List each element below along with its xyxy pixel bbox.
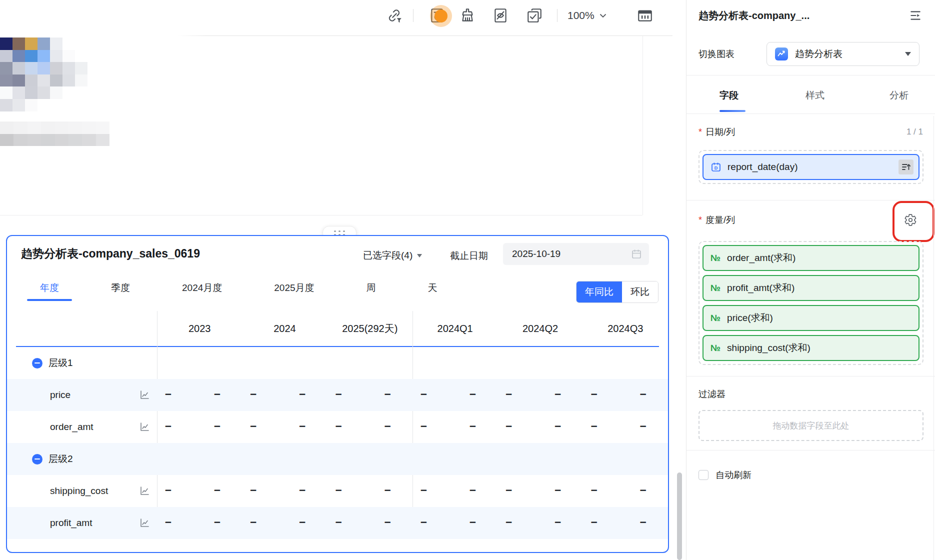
metric-label-cell: price <box>7 379 157 411</box>
compare-button-环比[interactable]: 环比 <box>622 282 658 302</box>
empty-value: – <box>420 419 427 432</box>
trend-chart-icon[interactable] <box>139 390 150 400</box>
empty-value: – <box>250 419 256 432</box>
table-border-icon[interactable] <box>636 7 654 24</box>
table-row: shipping_cost–––––––––––– <box>7 475 668 507</box>
value-cell <box>242 347 327 379</box>
value-cell: –– <box>498 475 582 507</box>
sort-order-button[interactable] <box>898 160 914 174</box>
calendar-d-icon: D <box>710 162 722 172</box>
trend-table-card: 趋势分析表-company_sales_0619 已选字段(4) 截止日期 20… <box>6 235 669 553</box>
mosaic-cell <box>25 86 38 99</box>
empty-value: – <box>299 419 306 432</box>
compare-button-年同比[interactable]: 年同比 <box>576 282 622 302</box>
value-cell: –– <box>412 411 498 443</box>
measure-settings-gear-icon[interactable] <box>904 214 917 226</box>
empty-value: – <box>299 483 306 496</box>
deadline-label: 截止日期 <box>450 250 488 262</box>
measure-field-pill[interactable]: №shipping_cost(求和) <box>702 335 920 361</box>
auto-refresh-row: 自动刷新 <box>698 469 752 481</box>
empty-value: – <box>250 483 256 496</box>
multi-select-icon[interactable] <box>526 7 543 24</box>
mosaic-cell <box>75 50 88 62</box>
value-cell <box>242 443 327 475</box>
chart-type-dropdown[interactable]: 趋势分析表 <box>766 42 920 66</box>
value-cell <box>583 347 668 379</box>
mosaic-cell <box>12 74 25 87</box>
auto-refresh-checkbox[interactable] <box>698 470 708 480</box>
selected-fields-dropdown[interactable]: 已选字段(4) <box>363 249 422 262</box>
collapse-minus-icon[interactable] <box>32 358 42 368</box>
canvas-edge-bottom <box>0 215 642 216</box>
period-tabs: 年度季度2024月度2025月度周天 <box>27 274 450 302</box>
empty-value: – <box>591 419 598 432</box>
toolbar-divider <box>413 9 414 22</box>
period-tab-周[interactable]: 周 <box>354 274 389 302</box>
value-cell: –– <box>412 475 498 507</box>
active-tab-underline <box>720 110 746 112</box>
period-tab-年度[interactable]: 年度 <box>27 274 72 302</box>
scrollbar-thumb[interactable] <box>677 472 682 560</box>
table-row: 层级2 <box>7 443 668 475</box>
chart-type-value: 趋势分析表 <box>795 48 842 60</box>
empty-value: – <box>299 387 306 400</box>
date-field-pill[interactable]: D report_date(day) <box>702 154 920 180</box>
mosaic-cell <box>62 62 75 74</box>
empty-value: – <box>250 515 256 528</box>
link-filter-icon[interactable] <box>386 7 403 24</box>
column-header: 2024Q1 <box>412 323 498 334</box>
tab-fields[interactable]: 字段 <box>720 89 738 102</box>
mosaic-cell <box>41 122 54 134</box>
top-toolbar: 100% <box>380 0 654 31</box>
measure-field-pill[interactable]: №profit_amt(求和) <box>702 275 920 301</box>
group-label-cell: 层级1 <box>7 347 157 379</box>
metric-label-cell: profit_amt <box>7 507 157 539</box>
period-tab-2025月度[interactable]: 2025月度 <box>261 274 327 302</box>
deadline-date-input[interactable]: 2025-10-19 <box>503 243 649 265</box>
empty-value: – <box>470 387 476 400</box>
value-cell: –– <box>157 507 242 539</box>
trend-chart-icon[interactable] <box>139 486 150 496</box>
sort-icon <box>901 162 911 172</box>
group-label: 层级2 <box>48 452 73 466</box>
date-field-count: 1 / 1 <box>906 127 923 137</box>
trend-chart-icon[interactable] <box>139 518 150 528</box>
mosaic-cell <box>38 86 50 99</box>
collapse-minus-icon[interactable] <box>32 454 42 464</box>
collapse-panel-icon[interactable] <box>909 9 922 22</box>
empty-value: – <box>384 387 391 400</box>
mosaic-cell <box>0 74 12 87</box>
table-header: 202320242025(292天)2024Q12024Q22024Q3 <box>7 311 668 346</box>
tab-analysis[interactable]: 分析 <box>890 89 908 102</box>
tab-style[interactable]: 样式 <box>806 89 824 102</box>
zoom-control[interactable]: 100% <box>568 10 606 22</box>
mosaic-cell <box>14 134 27 146</box>
value-cell <box>583 443 668 475</box>
value-cell: –– <box>412 379 498 411</box>
panel-tabs: 字段 样式 分析 <box>686 80 935 113</box>
app-window: 100% 趋势分析表-company_sales_0619 <box>0 0 935 560</box>
panel-title: 趋势分析表-company_... <box>698 9 810 22</box>
measure-field-label: price(求和) <box>727 312 773 324</box>
filter-dropzone[interactable]: 拖动数据字段至此处 <box>698 410 924 441</box>
measure-field-pill[interactable]: №order_amt(求和) <box>702 245 920 271</box>
period-tab-季度[interactable]: 季度 <box>98 274 143 302</box>
clear-format-brush-icon[interactable] <box>459 7 476 24</box>
empty-value: – <box>506 419 512 432</box>
period-tab-天[interactable]: 天 <box>415 274 450 302</box>
value-cell: –– <box>498 411 582 443</box>
trend-chart-icon[interactable] <box>139 422 150 432</box>
empty-value: – <box>165 515 172 528</box>
mosaic-cell <box>75 62 88 74</box>
panel-divider <box>686 450 935 450</box>
data-refresh-icon[interactable] <box>428 7 446 24</box>
period-tab-2024月度[interactable]: 2024月度 <box>169 274 235 302</box>
panel-scroll-track[interactable] <box>934 116 934 560</box>
auto-refresh-label: 自动刷新 <box>716 469 752 481</box>
empty-value: – <box>165 483 172 496</box>
mosaic-cell <box>38 50 50 62</box>
hide-preview-icon[interactable] <box>492 7 509 24</box>
measure-field-pill[interactable]: №price(求和) <box>702 305 920 331</box>
measure-field-label: shipping_cost(求和) <box>727 342 810 354</box>
metric-label: shipping_cost <box>50 486 108 496</box>
